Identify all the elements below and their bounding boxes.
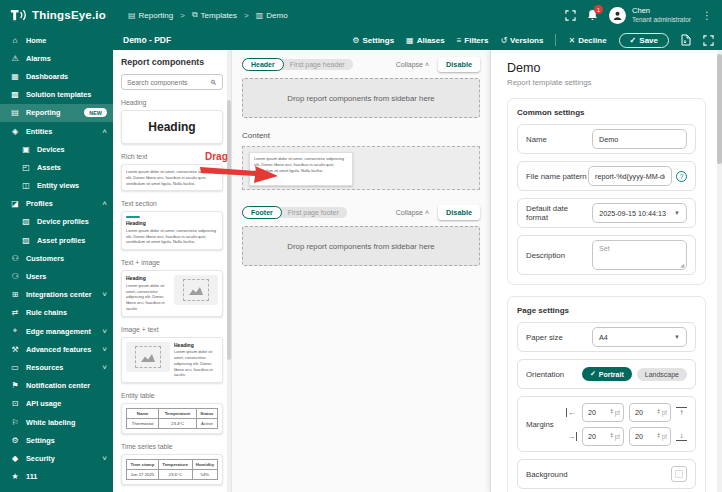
fullscreen-icon[interactable] (565, 10, 576, 21)
demo-icon: ▥ (256, 11, 264, 20)
save-button[interactable]: ✓Save (619, 33, 669, 48)
sidebar-item-security[interactable]: ◆Security˅ (0, 449, 113, 467)
sidebar-item-asset-profiles[interactable]: ▨Asset profiles (0, 231, 113, 249)
name-input[interactable]: Demo (592, 129, 687, 149)
footer-dropzone[interactable]: Drop report components from sidebar here (242, 226, 480, 266)
component-preview-table: Time stampTemperatureHumidityJun 17 2025… (126, 459, 218, 480)
search-components-input[interactable] (127, 79, 207, 86)
file-name-pattern-input[interactable]: report-%d{yyyy-MM-dd (588, 166, 672, 186)
settings-button[interactable]: ⚙Settings (352, 36, 394, 45)
sidebar-item-home[interactable]: ⌂Home (0, 31, 113, 49)
image-placeholder (126, 342, 170, 372)
unit-label: pt (615, 433, 620, 440)
stepper-icons[interactable]: ▴▾ (610, 433, 612, 439)
header-collapse-button[interactable]: Collapse˄ (396, 61, 429, 68)
resize-handle-icon[interactable]: ◢ (680, 262, 684, 268)
margin-bottom-left-input[interactable]: 20▴▾pt (582, 427, 624, 446)
notifications-bell-icon[interactable]: 1 (587, 9, 598, 21)
sidebar-item-rule-chains[interactable]: ⇄Rule chains (0, 304, 113, 322)
expand-editor-icon[interactable] (703, 35, 714, 46)
sidebar-item-entity-views[interactable]: ◫Entity views (0, 177, 113, 195)
sidebar-item-dashboards[interactable]: ▦Dashboards (0, 67, 113, 85)
sidebar-item-entities[interactable]: ◈Entities˄ (0, 122, 113, 140)
footer-chip[interactable]: Footer (242, 206, 282, 219)
decline-button[interactable]: ✕Decline (568, 36, 606, 45)
sidebar-item-white-labeling[interactable]: ⚐White labeling (0, 413, 113, 431)
breadcrumb-item-templates[interactable]: ⧉Templates (192, 10, 237, 20)
sidebar-item-settings[interactable]: ⚙Settings (0, 431, 113, 449)
first-page-header-chip[interactable]: First page header (277, 59, 353, 70)
common-settings-card: Common settings Name Demo File name patt… (507, 98, 706, 285)
breadcrumb-item-demo[interactable]: ▥Demo (256, 11, 288, 20)
portrait-toggle[interactable]: ✓Portrait (582, 367, 632, 381)
sidebar-item-label: Edge management (26, 327, 91, 336)
generate-report-icon[interactable] (681, 34, 691, 46)
component-heading-text: Heading (126, 275, 170, 281)
sidebar-item-alarms[interactable]: ⚠Alarms (0, 49, 113, 67)
sidebar-item-resources[interactable]: ▭Resources˅ (0, 358, 113, 376)
sidebar-item-label: Integrations center (26, 290, 92, 299)
first-page-footer-chip[interactable]: First page footer (275, 207, 347, 218)
footer-disable-button[interactable]: Disable (438, 205, 480, 220)
help-icon[interactable]: ? (676, 171, 687, 182)
stepper-icons[interactable]: ▴▾ (657, 433, 659, 439)
filters-button[interactable]: ≡Filters (457, 36, 489, 45)
component-card-entity-table[interactable]: NameTemperatureStatusThermostat23.4°CAct… (121, 403, 223, 434)
logo[interactable]: ThingsEye.io (10, 8, 106, 22)
footer-collapse-button[interactable]: Collapse˄ (396, 209, 429, 216)
sidebar-item-assets[interactable]: ◰Assets (0, 158, 113, 176)
aliases-button[interactable]: ▦Aliases (406, 36, 445, 45)
sidebar-item-label: Device profiles (37, 217, 89, 226)
stepper-icons[interactable]: ▴▾ (610, 409, 612, 415)
aliases-icon: ▦ (406, 36, 414, 45)
landscape-toggle[interactable]: Landscape (637, 368, 687, 381)
component-card-heading[interactable]: Heading (121, 110, 223, 144)
name-setting-row: Name Demo (517, 124, 696, 154)
more-options-icon[interactable]: ⋮ (702, 10, 712, 21)
sidebar-item-customers[interactable]: ⚇Customers (0, 249, 113, 267)
sidebar-item-label: Advanced features (26, 345, 91, 354)
sidebar-item-users[interactable]: ⚆Users (0, 267, 113, 285)
sidebar-item-edge-management[interactable]: ⌖Edge management˅ (0, 322, 113, 340)
margin-top-icon: ↑ (676, 407, 687, 417)
sidebar-item-111[interactable]: ★111 (0, 468, 113, 486)
component-group-label: Entity table (121, 392, 223, 399)
description-textarea[interactable]: Set◢ (592, 240, 687, 270)
window-scrollbar[interactable] (717, 50, 722, 492)
sidebar-item-profiles[interactable]: ◪Profiles˄ (0, 195, 113, 213)
sidebar-item-device-profiles[interactable]: ▧Device profiles (0, 213, 113, 231)
margin-bottom-right-input[interactable]: 20▴▾pt (629, 427, 671, 446)
component-card-text-section[interactable]: HeadingLorem ipsum dolor sit amet, conse… (121, 211, 223, 250)
header-dropzone[interactable]: Drop report components from sidebar here (242, 78, 480, 118)
sidebar-item-notification-center[interactable]: ⚑Notification center (0, 377, 113, 395)
solution-templates-icon: ▩ (9, 90, 21, 99)
stepper-icons[interactable]: ▴▾ (657, 409, 659, 415)
default-date-format-select[interactable]: 2025-09-15 10:44:13▼ (592, 203, 687, 223)
paper-size-select[interactable]: A4▼ (592, 327, 687, 347)
sidebar-item-devices[interactable]: ▣Devices (0, 140, 113, 158)
sidebar-item-label: Security (26, 454, 55, 463)
versions-button[interactable]: ↺Versions (500, 36, 543, 45)
sidebar-item-solution-templates[interactable]: ▩Solution templates (0, 86, 113, 104)
background-color-picker[interactable] (671, 466, 687, 482)
user-menu[interactable]: Chen Tenant administrator (609, 6, 691, 24)
margin-top-right-input[interactable]: 20▴▾pt (629, 403, 671, 422)
logo-text: ThingsEye.io (32, 9, 106, 21)
user-name: Chen (632, 6, 691, 15)
sidebar-item-reporting[interactable]: ▤ReportingNEW (0, 104, 113, 122)
settings-label: Settings (363, 36, 395, 45)
breadcrumb-item-reporting[interactable]: ▤Reporting (128, 11, 173, 20)
margin-top-left-input[interactable]: 20▴▾pt (582, 403, 624, 422)
sidebar-item-api-usage[interactable]: ⊡API usage (0, 395, 113, 413)
search-components-box[interactable]: 🔍︎ (121, 74, 223, 90)
components-scrollbar[interactable] (227, 50, 231, 492)
component-card-text-image[interactable]: HeadingLorem ipsum dolor sit amet, conse… (121, 270, 223, 316)
component-card-image-text[interactable]: HeadingLorem ipsum dolor sit amet, conse… (121, 337, 223, 383)
sidebar-item-advanced-features[interactable]: ⚒Advanced features˅ (0, 340, 113, 358)
component-card-time-series-table[interactable]: Time stampTemperatureHumidityJun 17 2025… (121, 454, 223, 485)
sidebar-item-integrations-center[interactable]: ⊞Integrations center˅ (0, 286, 113, 304)
header-chip[interactable]: Header (242, 58, 284, 71)
header-disable-button[interactable]: Disable (438, 57, 480, 72)
sidebar-item-label: Home (26, 36, 46, 45)
component-group-label: Text section (121, 200, 223, 207)
